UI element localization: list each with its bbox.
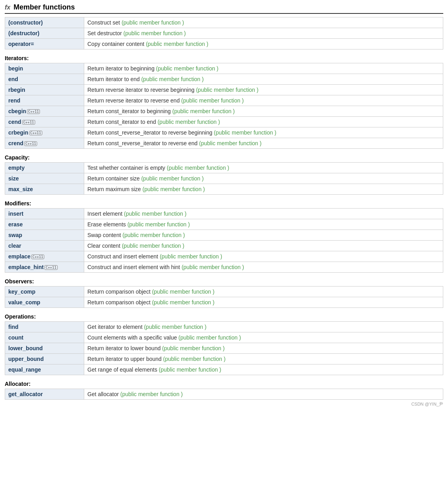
function-name-text: (destructor) xyxy=(8,30,40,36)
function-name[interactable]: cendC++11 xyxy=(5,117,84,127)
description-text: Return reverse iterator to reverse begin… xyxy=(87,87,196,93)
table-row[interactable]: get_allocatorGet allocator (public membe… xyxy=(5,389,443,400)
function-name-text: find xyxy=(8,324,19,330)
function-name[interactable]: find xyxy=(5,322,84,332)
function-name[interactable]: (destructor) xyxy=(5,28,84,39)
table-row[interactable]: operator=Copy container content (public … xyxy=(5,39,443,49)
description-text: Construct and insert element with hint xyxy=(87,264,181,270)
description-text: Return iterator to end xyxy=(87,76,141,82)
section-header-allocator: Allocator: xyxy=(5,381,443,387)
table-allocator: get_allocatorGet allocator (public membe… xyxy=(5,389,443,400)
function-name-text: value_comp xyxy=(8,299,40,306)
function-description: Insert element (public member function ) xyxy=(84,209,443,219)
description-text: Construct set xyxy=(87,19,121,26)
public-tag: (public member function ) xyxy=(146,41,208,47)
function-name[interactable]: upper_bound xyxy=(5,354,84,364)
table-row[interactable]: beginReturn iterator to beginning (publi… xyxy=(5,63,443,74)
function-name[interactable]: key_comp xyxy=(5,287,84,297)
function-name[interactable]: empty xyxy=(5,163,84,173)
function-name[interactable]: erase xyxy=(5,219,84,230)
function-name-text: clear xyxy=(8,243,21,249)
description-text: Clear content xyxy=(87,243,122,249)
description-text: Return const_reverse_iterator to reverse… xyxy=(87,140,199,146)
function-name[interactable]: end xyxy=(5,74,84,85)
table-row[interactable]: crbeginC++11Return const_reverse_iterato… xyxy=(5,127,443,138)
table-row[interactable]: key_compReturn comparison object (public… xyxy=(5,287,443,297)
function-name[interactable]: crbeginC++11 xyxy=(5,127,84,138)
description-text: Return const_reverse_iterator to reverse… xyxy=(87,129,214,136)
table-row[interactable]: max_sizeReturn maximum size (public memb… xyxy=(5,184,443,195)
description-text: Return iterator to lower bound xyxy=(87,345,162,351)
function-description: Return const_iterator to beginning (publ… xyxy=(84,106,443,117)
function-description: Construct and insert element (public mem… xyxy=(84,251,443,262)
description-text: Return container size xyxy=(87,175,141,182)
table-row[interactable]: rbeginReturn reverse iterator to reverse… xyxy=(5,85,443,95)
function-description: Return iterator to beginning (public mem… xyxy=(84,63,443,74)
function-name[interactable]: emplaceC++11 xyxy=(5,251,84,262)
function-name[interactable]: rbegin xyxy=(5,85,84,95)
public-tag: (public member function ) xyxy=(141,175,204,182)
function-name[interactable]: get_allocator xyxy=(5,389,84,400)
table-row[interactable]: insertInsert element (public member func… xyxy=(5,209,443,219)
function-name[interactable]: lower_bound xyxy=(5,343,84,354)
fx-icon: fx xyxy=(5,4,10,11)
table-row[interactable]: emplaceC++11Construct and insert element… xyxy=(5,251,443,262)
description-text: Return const_iterator to beginning xyxy=(87,108,172,114)
watermark: CSDN @YIN_尹 xyxy=(5,401,443,407)
public-tag: (public member function ) xyxy=(181,97,244,104)
function-name[interactable]: operator= xyxy=(5,39,84,49)
function-name-text: erase xyxy=(8,221,23,228)
table-row[interactable]: eraseErase elements (public member funct… xyxy=(5,219,443,230)
function-name[interactable]: crendC++11 xyxy=(5,138,84,149)
table-row[interactable]: emptyTest whether container is empty (pu… xyxy=(5,163,443,173)
table-row[interactable]: rendReturn reverse iterator to reverse e… xyxy=(5,95,443,106)
table-top: (constructor)Construct set (public membe… xyxy=(5,17,443,49)
function-name[interactable]: (constructor) xyxy=(5,17,84,28)
function-name[interactable]: begin xyxy=(5,63,84,74)
function-name[interactable]: count xyxy=(5,332,84,343)
table-row[interactable]: cbeginC++11Return const_iterator to begi… xyxy=(5,106,443,117)
description-text: Insert element xyxy=(87,211,124,217)
cpp11-badge: C++11 xyxy=(44,265,57,270)
public-tag: (public member function ) xyxy=(144,324,206,330)
function-name[interactable]: emplace_hintC++11 xyxy=(5,262,84,273)
function-description: Swap content (public member function ) xyxy=(84,230,443,241)
function-name[interactable]: cbeginC++11 xyxy=(5,106,84,117)
function-name[interactable]: equal_range xyxy=(5,364,84,375)
table-row[interactable]: (destructor)Set destructor (public membe… xyxy=(5,28,443,39)
table-row[interactable]: sizeReturn container size (public member… xyxy=(5,173,443,184)
table-row[interactable]: upper_boundReturn iterator to upper boun… xyxy=(5,354,443,364)
table-iterators: beginReturn iterator to beginning (publi… xyxy=(5,63,443,149)
function-name-text: swap xyxy=(8,232,22,238)
table-row[interactable]: countCount elements with a specific valu… xyxy=(5,332,443,343)
public-tag: (public member function ) xyxy=(159,366,221,373)
table-row[interactable]: swapSwap content (public member function… xyxy=(5,230,443,241)
public-tag: (public member function ) xyxy=(162,345,225,351)
table-row[interactable]: equal_rangeGet range of equal elements (… xyxy=(5,364,443,375)
function-name[interactable]: clear xyxy=(5,241,84,251)
table-row[interactable]: emplace_hintC++11Construct and insert el… xyxy=(5,262,443,273)
function-name-text: count xyxy=(8,334,23,341)
table-operations: findGet iterator to element (public memb… xyxy=(5,321,443,375)
function-name[interactable]: insert xyxy=(5,209,84,219)
function-name[interactable]: max_size xyxy=(5,184,84,195)
function-description: Return maximum size (public member funct… xyxy=(84,184,443,195)
table-row[interactable]: clearClear content (public member functi… xyxy=(5,241,443,251)
function-description: Construct and insert element with hint (… xyxy=(84,262,443,273)
cpp11-badge: C++11 xyxy=(22,120,35,125)
function-name-text: rbegin xyxy=(8,87,25,93)
table-row[interactable]: crendC++11Return const_reverse_iterator … xyxy=(5,138,443,149)
function-name-text: equal_range xyxy=(8,366,41,373)
function-name[interactable]: swap xyxy=(5,230,84,241)
table-row[interactable]: cendC++11Return const_iterator to end (p… xyxy=(5,117,443,127)
table-row[interactable]: lower_boundReturn iterator to lower boun… xyxy=(5,343,443,354)
description-text: Return iterator to upper bound xyxy=(87,356,163,362)
section-header-observers: Observers: xyxy=(5,278,443,285)
table-row[interactable]: endReturn iterator to end (public member… xyxy=(5,74,443,85)
function-name[interactable]: rend xyxy=(5,95,84,106)
function-name[interactable]: size xyxy=(5,173,84,184)
table-row[interactable]: findGet iterator to element (public memb… xyxy=(5,322,443,332)
table-row[interactable]: (constructor)Construct set (public membe… xyxy=(5,17,443,28)
function-name[interactable]: value_comp xyxy=(5,297,84,308)
table-row[interactable]: value_compReturn comparison object (publ… xyxy=(5,297,443,308)
